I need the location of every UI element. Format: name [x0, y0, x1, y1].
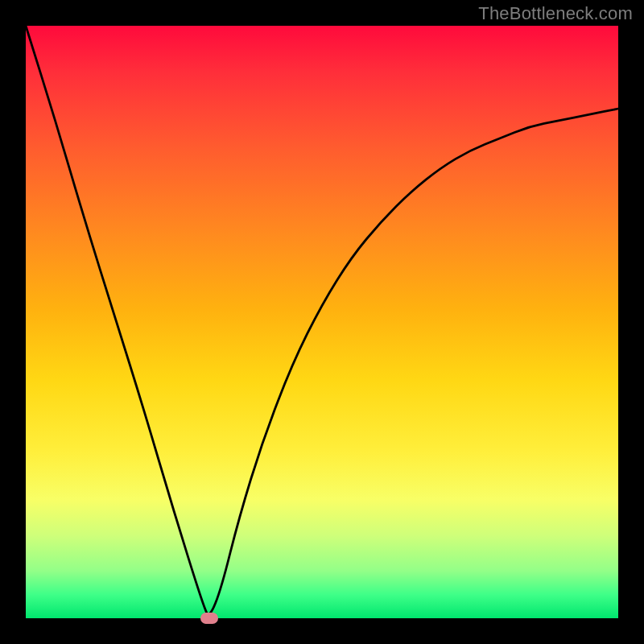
plot-area [26, 26, 618, 618]
chart-frame: TheBottleneck.com [0, 0, 644, 644]
watermark-text: TheBottleneck.com [478, 3, 633, 24]
optimum-marker [200, 613, 218, 624]
bottleneck-curve [26, 26, 618, 618]
